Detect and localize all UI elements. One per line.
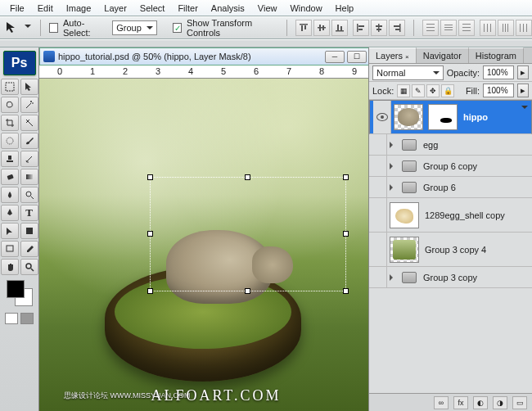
link-layers-icon[interactable]: ∞ [434, 396, 449, 409]
layer-mask-thumbnail[interactable] [428, 104, 458, 130]
type-tool[interactable]: T [20, 205, 38, 221]
transform-handle-mr[interactable] [343, 231, 349, 237]
dodge-tool[interactable] [20, 187, 38, 203]
lock-transparency-icon[interactable]: ▦ [397, 84, 410, 97]
transform-handle-tm[interactable] [245, 174, 250, 180]
blend-mode-dropdown[interactable]: Normal [372, 65, 444, 80]
layer-eggshell[interactable]: 1289egg_shell copy [369, 198, 532, 233]
show-transform-checkbox[interactable]: ✓ [173, 23, 182, 33]
menu-help[interactable]: Help [329, 1, 361, 16]
layer-mask-icon[interactable]: ◐ [473, 396, 488, 409]
distribute-right-icon[interactable] [516, 20, 532, 36]
zoom-tool[interactable] [20, 259, 38, 275]
adjustment-layer-icon[interactable]: ◑ [493, 396, 507, 409]
distribute-vcenter-icon[interactable] [440, 20, 457, 36]
layer-name[interactable]: Group 6 [420, 183, 456, 192]
layer-name[interactable]: Group 6 copy [420, 161, 477, 171]
hand-tool[interactable] [1, 259, 19, 275]
menu-file[interactable]: File [3, 1, 31, 16]
align-left-icon[interactable] [353, 20, 369, 36]
lock-position-icon[interactable]: ✥ [426, 84, 440, 97]
layer-group6copy[interactable]: Group 6 copy [369, 156, 532, 177]
layer-visibility-toggle[interactable] [369, 177, 387, 197]
layer-egg[interactable]: egg [369, 134, 532, 156]
distribute-left-icon[interactable] [480, 20, 496, 36]
move-tool[interactable] [20, 79, 38, 95]
menu-layer[interactable]: Layer [97, 1, 133, 16]
menu-window[interactable]: Window [283, 1, 328, 16]
lasso-tool[interactable] [1, 97, 19, 113]
layer-group3copy4[interactable]: Group 3 copy 4 [369, 233, 532, 267]
shape-tool[interactable] [20, 223, 38, 239]
foreground-color-swatch[interactable] [7, 280, 25, 298]
crop-tool[interactable] [1, 115, 19, 131]
menu-select[interactable]: Select [133, 1, 172, 16]
distribute-bottom-icon[interactable] [458, 20, 475, 36]
eyedropper-tool[interactable] [20, 241, 38, 257]
wand-tool[interactable] [20, 97, 38, 113]
layer-group6[interactable]: Group 6 [369, 177, 532, 198]
maximize-button[interactable]: ☐ [347, 51, 367, 63]
transform-handle-bl[interactable] [147, 288, 153, 294]
menu-image[interactable]: Image [60, 1, 98, 16]
transform-handle-ml[interactable] [147, 231, 153, 237]
distribute-hcenter-icon[interactable] [498, 20, 514, 36]
layer-visibility-toggle[interactable] [369, 156, 387, 176]
tab-histogram[interactable]: Histogram [469, 47, 524, 63]
layer-name[interactable]: Group 3 copy 4 [422, 245, 486, 255]
tab-layers[interactable]: Layers × [369, 47, 417, 63]
layer-name[interactable]: 1289egg_shell copy [422, 210, 505, 220]
opacity-flyout-icon[interactable]: ▸ [517, 65, 529, 79]
brush-tool[interactable] [20, 133, 38, 149]
align-bottom-icon[interactable] [331, 20, 348, 36]
transform-handle-tr[interactable] [343, 174, 349, 180]
distribute-top-icon[interactable] [422, 20, 439, 36]
canvas[interactable]: 思缘设计论坛 WWW.MISSYUAN.COM ALFOART.COM [39, 79, 393, 411]
stamp-tool[interactable] [1, 151, 19, 167]
align-top-icon[interactable] [295, 20, 312, 36]
opacity-value[interactable]: 100% [483, 65, 514, 79]
align-hcenter-icon[interactable] [371, 20, 387, 36]
path-select-tool[interactable] [1, 223, 19, 239]
expand-icon[interactable] [390, 274, 396, 281]
align-vcenter-icon[interactable] [313, 20, 330, 36]
menu-edit[interactable]: Edit [31, 1, 60, 16]
heal-tool[interactable] [1, 133, 19, 149]
layer-name[interactable]: hippo [460, 112, 488, 122]
align-right-icon[interactable] [389, 20, 405, 36]
menu-analysis[interactable]: Analysis [205, 1, 251, 16]
notes-tool[interactable] [1, 241, 19, 257]
menu-filter[interactable]: Filter [171, 1, 204, 16]
layer-visibility-toggle[interactable] [369, 198, 387, 232]
layer-hippo[interactable]: hippo [369, 100, 532, 134]
tab-navigator[interactable]: Navigator [417, 47, 469, 63]
expand-icon[interactable] [390, 163, 396, 169]
expand-icon[interactable] [390, 142, 396, 148]
layer-visibility-toggle[interactable] [369, 134, 387, 155]
history-brush-tool[interactable] [20, 151, 38, 167]
expand-icon[interactable] [390, 184, 396, 191]
layer-thumbnail[interactable] [390, 202, 419, 228]
layer-name[interactable]: egg [420, 140, 438, 150]
lock-pixels-icon[interactable]: ✎ [412, 84, 425, 97]
layer-visibility-toggle[interactable] [373, 101, 391, 133]
layer-thumbnail[interactable] [390, 237, 419, 263]
layer-visibility-toggle[interactable] [369, 267, 387, 287]
eraser-tool[interactable] [1, 169, 19, 185]
minimize-button[interactable]: ─ [325, 51, 345, 63]
blur-tool[interactable] [1, 187, 19, 203]
marquee-tool[interactable] [1, 79, 19, 95]
layer-visibility-toggle[interactable] [369, 233, 387, 266]
document-titlebar[interactable]: hippo_tutorial.psd @ 50% (hippo, Layer M… [39, 47, 393, 65]
transform-handle-tl[interactable] [147, 174, 153, 180]
slice-tool[interactable] [20, 115, 38, 131]
menu-view[interactable]: View [251, 1, 284, 16]
fill-flyout-icon[interactable]: ▸ [517, 84, 529, 97]
transform-bounding-box[interactable] [150, 177, 346, 291]
quick-mask-toggle[interactable] [0, 313, 38, 324]
auto-select-checkbox[interactable] [49, 23, 58, 33]
new-group-icon[interactable]: ▭ [512, 396, 527, 409]
gradient-tool[interactable] [20, 169, 38, 185]
tool-preset-dropdown[interactable] [25, 21, 32, 34]
layer-group3copy[interactable]: Group 3 copy [369, 267, 532, 288]
